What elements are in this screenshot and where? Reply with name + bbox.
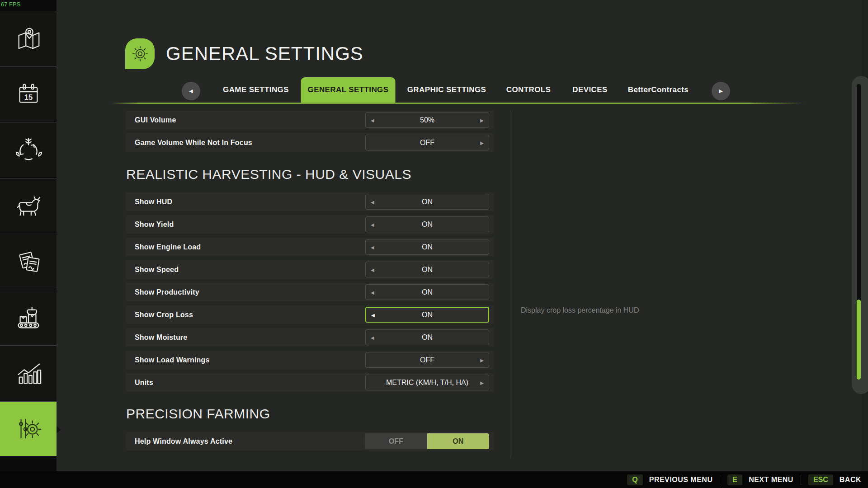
setting-label: Show HUD xyxy=(126,198,172,206)
setting-label: GUI Volume xyxy=(126,116,176,124)
chevron-left-icon: ◀ xyxy=(189,88,193,94)
show-load-warnings-selector[interactable]: OFF ▶ xyxy=(365,352,489,368)
decrease-arrow-icon[interactable]: ◀ xyxy=(371,290,374,295)
setting-row-show-productivity: Show Productivity ◀ ON xyxy=(126,283,494,301)
tab-devices[interactable]: DEVICES xyxy=(572,77,607,103)
game-volume-focus-selector[interactable]: OFF ▶ xyxy=(365,135,489,150)
setting-value: ON xyxy=(422,221,433,229)
sidebar-item-production[interactable] xyxy=(0,290,57,345)
decrease-arrow-icon[interactable]: ◀ xyxy=(371,199,374,204)
shortcut-label: PREVIOUS MENU xyxy=(649,476,713,484)
setting-row-show-moisture: Show Moisture ◀ ON xyxy=(126,328,494,347)
next-menu-shortcut[interactable]: E NEXT MENU xyxy=(727,474,793,485)
contracts-icon xyxy=(14,248,42,276)
setting-value: ON xyxy=(422,333,433,342)
setting-help-text: Display crop loss percentage in HUD xyxy=(521,306,639,314)
sidebar-item-calendar[interactable]: 15 xyxy=(0,66,57,122)
toggle-off-option[interactable]: OFF xyxy=(365,433,427,449)
sidebar-item-statistics[interactable] xyxy=(0,345,57,400)
setting-row-show-load-warnings: Show Load Warnings OFF ▶ xyxy=(126,351,494,369)
setting-value: 50% xyxy=(420,116,434,124)
tabs-next-button[interactable]: ▶ xyxy=(712,82,730,100)
shortcut-label: BACK xyxy=(840,476,861,484)
increase-arrow-icon[interactable]: ▶ xyxy=(480,117,484,122)
decrease-arrow-icon[interactable]: ◀ xyxy=(371,222,374,227)
setting-label: Show Engine Load xyxy=(126,243,201,251)
setting-row-game-volume-not-in-focus: Game Volume While Not In Focus OFF ▶ xyxy=(126,133,494,152)
sidebar-item-crop-rotation[interactable] xyxy=(0,122,57,177)
settings-list: GUI Volume ◀ 50% ▶ Game Volume While Not… xyxy=(126,111,494,455)
statistics-icon xyxy=(14,359,42,387)
key-esc-badge: ESC xyxy=(808,474,833,485)
fps-counter: 67 FPS xyxy=(1,1,20,8)
sidebar: 15 xyxy=(0,0,57,471)
decrease-arrow-icon[interactable]: ◀ xyxy=(371,244,374,249)
setting-row-show-engine-load: Show Engine Load ◀ ON xyxy=(126,238,494,256)
tabs-prev-button[interactable]: ◀ xyxy=(182,82,200,100)
help-panel-divider xyxy=(510,111,510,459)
tab-game-settings[interactable]: GAME SETTINGS xyxy=(223,77,289,103)
tab-graphic-settings[interactable]: GRAPHIC SETTINGS xyxy=(407,77,486,103)
setting-row-help-window-always-active: Help Window Always Active OFF ON xyxy=(126,432,494,450)
sidebar-item-settings[interactable] xyxy=(0,401,57,456)
decrease-arrow-icon[interactable]: ◀ xyxy=(371,267,374,272)
calendar-icon: 15 xyxy=(14,80,42,108)
tab-bettercontracts[interactable]: BetterContracts xyxy=(628,77,689,103)
units-selector[interactable]: METRIC (KM/H, T/H, HA) ▶ xyxy=(365,375,489,390)
map-icon xyxy=(14,25,42,53)
setting-value: ON xyxy=(422,243,433,251)
setting-value: ON xyxy=(422,266,433,274)
setting-label: Game Volume While Not In Focus xyxy=(126,139,252,147)
tab-bar: ◀ GAME SETTINGS GENERAL SETTINGS GRAPHIC… xyxy=(0,77,868,103)
setting-row-gui-volume: GUI Volume ◀ 50% ▶ xyxy=(126,111,494,129)
gui-volume-selector[interactable]: ◀ 50% ▶ xyxy=(365,112,489,128)
back-shortcut[interactable]: ESC BACK xyxy=(808,474,861,485)
sidebar-item-map[interactable] xyxy=(0,11,57,66)
increase-arrow-icon[interactable]: ▶ xyxy=(480,357,484,362)
setting-label: Show Speed xyxy=(126,266,179,274)
active-tile-pointer-icon xyxy=(57,426,61,433)
setting-label: Help Window Always Active xyxy=(126,437,232,446)
setting-label: Show Moisture xyxy=(126,333,187,342)
production-icon xyxy=(14,304,42,332)
setting-row-show-yield: Show Yield ◀ ON xyxy=(126,215,494,234)
decrease-arrow-icon[interactable]: ◀ xyxy=(371,335,374,340)
previous-menu-shortcut[interactable]: Q PREVIOUS MENU xyxy=(627,474,712,485)
show-engine-load-selector[interactable]: ◀ ON xyxy=(365,239,489,255)
setting-label: Show Productivity xyxy=(126,288,199,296)
setting-value: OFF xyxy=(420,356,434,364)
key-q-badge: Q xyxy=(627,474,642,485)
decrease-arrow-icon[interactable]: ◀ xyxy=(371,312,375,317)
setting-row-show-speed: Show Speed ◀ ON xyxy=(126,260,494,279)
setting-label: Show Load Warnings xyxy=(126,356,210,364)
increase-arrow-icon[interactable]: ▶ xyxy=(480,380,484,385)
settings-sliders-icon xyxy=(14,415,42,443)
shortcut-label: NEXT MENU xyxy=(749,476,793,484)
section-title-precision-farming: PRECISION FARMING xyxy=(126,396,494,432)
gear-icon xyxy=(130,43,151,64)
show-crop-loss-selector[interactable]: ◀ ON xyxy=(365,307,489,323)
sidebar-item-animals[interactable] xyxy=(0,178,57,233)
setting-value: ON xyxy=(422,288,433,296)
show-moisture-selector[interactable]: ◀ ON xyxy=(365,329,489,345)
animals-icon xyxy=(14,192,42,220)
setting-label: Units xyxy=(126,379,153,387)
chevron-right-icon: ▶ xyxy=(719,88,722,94)
increase-arrow-icon[interactable]: ▶ xyxy=(480,140,484,145)
scrollbar-thumb[interactable] xyxy=(857,300,861,380)
tab-controls[interactable]: CONTROLS xyxy=(506,77,551,103)
setting-label: Show Crop Loss xyxy=(126,311,193,319)
setting-label: Show Yield xyxy=(126,221,174,229)
show-yield-selector[interactable]: ◀ ON xyxy=(365,216,489,232)
sidebar-item-contracts[interactable] xyxy=(0,234,57,289)
show-productivity-selector[interactable]: ◀ ON xyxy=(365,284,489,300)
decrease-arrow-icon[interactable]: ◀ xyxy=(371,117,374,122)
toggle-on-option[interactable]: ON xyxy=(427,433,490,449)
show-speed-selector[interactable]: ◀ ON xyxy=(365,262,489,277)
page-title: GENERAL SETTINGS xyxy=(166,43,363,65)
footer-divider xyxy=(801,475,801,485)
help-window-toggle[interactable]: OFF ON xyxy=(365,433,489,449)
footer-bar: Q PREVIOUS MENU E NEXT MENU ESC BACK xyxy=(0,471,868,488)
tab-general-settings[interactable]: GENERAL SETTINGS xyxy=(301,77,396,103)
show-hud-selector[interactable]: ◀ ON xyxy=(365,194,489,210)
